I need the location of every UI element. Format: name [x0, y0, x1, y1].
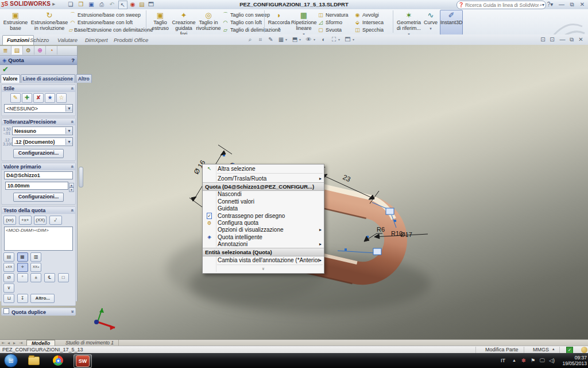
align-center-button[interactable]: ▦	[17, 252, 28, 262]
tab-prodotti-office[interactable]: Prodotti Office	[109, 35, 153, 45]
configurations-button[interactable]: Configurazioni...	[13, 149, 64, 158]
doc-minimize-icon[interactable]: —	[558, 36, 567, 44]
boundary-boss-button[interactable]: ▱Base/Estrusione con delimitazione	[69, 26, 146, 33]
doc-close-icon[interactable]: ✕	[577, 36, 585, 44]
menu-item-opzioni-di-visualizzazione[interactable]: Opzioni di visualizzazione ▸	[203, 227, 324, 233]
display-style-icon[interactable]: ⬒	[291, 36, 299, 44]
taskbar-explorer[interactable]	[25, 354, 42, 367]
centerline-symbol-button[interactable]: ℄	[44, 273, 55, 282]
restore-icon[interactable]: ⧉	[567, 1, 577, 8]
rib-button[interactable]: ◫Nervatura	[317, 11, 353, 18]
dimension-text-area[interactable]: <MOD-DIAM><DIM>	[4, 227, 73, 251]
help-icon[interactable]: ?	[71, 57, 75, 63]
search-input[interactable]	[464, 2, 540, 9]
menu-expander[interactable]: »	[203, 266, 324, 273]
wrap-button[interactable]: ◉Avvolgi	[354, 11, 392, 18]
section-header[interactable]: Tolleranza/Precisione«	[2, 118, 75, 125]
view-settings-icon[interactable]: 🗔	[343, 36, 352, 44]
linear-pattern-button[interactable]: ▦ Ripetizione lineare▾	[291, 10, 317, 35]
square-symbol-button[interactable]: □	[58, 273, 69, 282]
tab-linee-di-associazione[interactable]: Linee di associazione	[21, 74, 75, 83]
view-orientation-icon[interactable]: ▦	[277, 36, 285, 44]
help-menu-icon[interactable]: ?▾	[546, 1, 555, 8]
units-dropdown-icon[interactable]: ▴	[552, 347, 555, 351]
taskbar-chrome[interactable]	[49, 354, 67, 367]
style-dropdown[interactable]: <NESSUNO>▼	[4, 104, 73, 113]
spinner-down-icon[interactable]: ▼	[69, 187, 74, 192]
tab-dimxpert[interactable]: DimXpert	[80, 35, 113, 45]
text-position-center-button[interactable]: ✛	[17, 263, 28, 272]
dimension-radius10[interactable]	[374, 234, 428, 239]
menu-item-guidata[interactable]: Guidata	[203, 205, 324, 212]
hide-show-items-icon[interactable]: 👁	[304, 36, 313, 44]
intersect-button[interactable]: ⬙Interseca	[354, 18, 392, 26]
tab-schizzo[interactable]: Schizzo	[25, 35, 53, 45]
instant3d-button[interactable]: ✐ Instant3D	[440, 10, 463, 35]
configuration-manager-tab[interactable]: ⚙	[23, 46, 34, 55]
text-position-right-button[interactable]: XX+	[30, 263, 41, 272]
start-button[interactable]: ⊞	[2, 354, 20, 367]
style-add-icon[interactable]: ✚	[22, 93, 32, 103]
doc-window-icon[interactable]: ⊡	[539, 36, 547, 44]
dual-dimension-checkbox[interactable]	[3, 308, 9, 314]
shell-button[interactable]: ▢Svuota	[317, 26, 353, 33]
draft-button[interactable]: ◿Sformo	[317, 18, 353, 26]
scene-icon[interactable]: ⛶	[330, 36, 338, 44]
tray-flag-icon[interactable]: ⚑	[531, 353, 535, 368]
feature-manager-tab[interactable]: ≣	[0, 46, 11, 55]
zoom-area-icon[interactable]: ⌗	[256, 36, 265, 44]
ok-checkmark-icon[interactable]: ✔	[0, 65, 77, 74]
tray-language[interactable]: IT	[501, 353, 505, 368]
diameter-symbol-button[interactable]: Ø	[3, 273, 14, 282]
style-default-icon[interactable]: ✎	[10, 93, 21, 103]
section-header[interactable]: Quota duplice «	[2, 308, 75, 315]
menu-item-quota-intelligente[interactable]: ◈ Quota intelligente	[203, 233, 324, 240]
revolve-boss-button[interactable]: ↻ Estrusione/base in rivoluzione	[30, 10, 69, 35]
align-left-button[interactable]: ▤	[3, 252, 14, 262]
chevron-down-icon[interactable]: ▾	[299, 37, 301, 41]
chevron-down-icon[interactable]: ▾	[314, 37, 315, 41]
sketch-dimension-markers[interactable]	[338, 202, 396, 255]
align-right-button[interactable]: ▥	[30, 252, 41, 262]
menu-item-altra-selezione[interactable]: ↖ Altra selezione	[203, 165, 324, 172]
dimension-text-r10[interactable]: R10	[391, 230, 403, 237]
sweep-boss-button[interactable]: ⌒Estrusione/base con sweep	[69, 11, 146, 18]
style-load-icon[interactable]: ☆	[56, 93, 67, 103]
extruded-cut-button[interactable]: ▣ Taglio estruso	[148, 10, 172, 35]
mirror-button[interactable]: ◫Specchia	[354, 26, 392, 33]
value-spinner[interactable]: ▲▼	[69, 183, 74, 190]
tab-altro[interactable]: Altro	[76, 74, 92, 83]
curves-button[interactable]: ∿ Curve▾	[423, 10, 439, 35]
section-header[interactable]: Testo della quota«	[2, 207, 75, 214]
configurations-button[interactable]: Configurazioni...	[13, 193, 64, 202]
tab-valore[interactable]: Valore	[1, 74, 20, 83]
dim-text-token3-button[interactable]: (XX)	[34, 216, 47, 225]
precision-dropdown[interactable]: .12 (Documento)▼	[12, 137, 73, 146]
property-manager-tab[interactable]: ▤	[11, 46, 23, 55]
close-icon[interactable]: ✕	[578, 1, 587, 8]
tray-app-icon[interactable]: ✽	[521, 353, 526, 368]
plusminus-symbol-button[interactable]: ±	[30, 273, 41, 282]
tray-volume-icon[interactable]: ◁)	[549, 353, 555, 368]
revolved-cut-button[interactable]: ◎ Taglio in rivoluzione	[195, 10, 222, 35]
tray-clock[interactable]: 09:37 19/05/2013	[562, 355, 587, 366]
fillet-button[interactable]: ◗ Raccorda▾	[266, 10, 292, 35]
search-icon[interactable]: ⌕▾	[540, 2, 545, 8]
dimension-radius6[interactable]	[364, 233, 382, 241]
menu-item-zoom-trasla-ruota[interactable]: Zoom/Trasla/Ruota ▸	[203, 175, 324, 182]
graphics-viewport[interactable]: Ø 16 23 R6 R10 Ø17	[0, 45, 588, 339]
doc-restore-icon[interactable]: ⧉	[567, 36, 576, 44]
display-manager-tab[interactable]: ◔	[46, 46, 57, 55]
menu-item-nascondi[interactable]: Nascondi	[203, 191, 324, 198]
section-header[interactable]: Valore primario«	[2, 163, 75, 170]
dimension-length23[interactable]	[317, 167, 379, 204]
degree-symbol-button[interactable]: °	[17, 273, 28, 282]
hole-wizard-button[interactable]: ✦ Creazione guidata fori	[171, 10, 196, 35]
dimension-text-23[interactable]: 23	[342, 173, 352, 183]
style-save-icon[interactable]: ★	[45, 93, 55, 103]
dimension-text-d17[interactable]: Ø17	[400, 231, 412, 238]
menu-item-annotazioni[interactable]: Annotazioni ▸	[203, 241, 324, 248]
tray-expand-icon[interactable]: ▲	[512, 353, 516, 368]
spinner-up-icon[interactable]: ▲	[69, 183, 74, 187]
tab-valutare[interactable]: Valutare	[53, 35, 82, 45]
